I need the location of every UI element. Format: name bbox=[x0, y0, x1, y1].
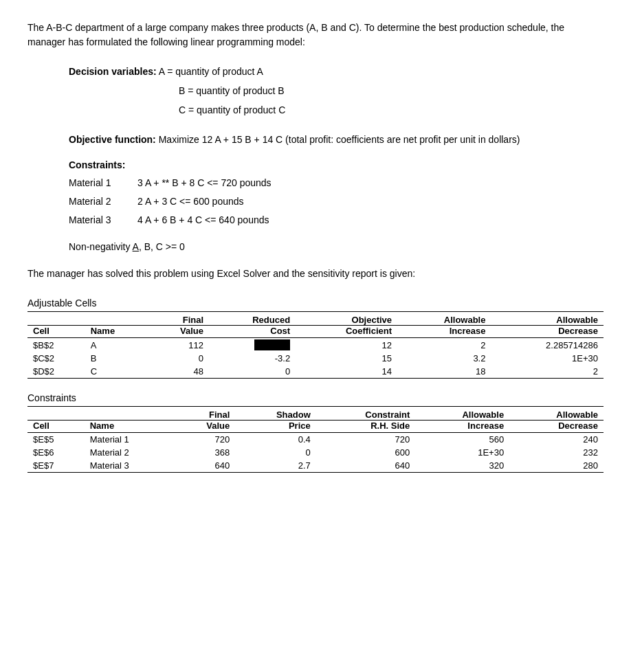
adj-row-a: $B$2 A 112 12 2 2.285714286 bbox=[27, 338, 604, 352]
con-sp-1: 0.4 bbox=[235, 433, 316, 447]
constraints-table-title: Constraints bbox=[27, 392, 604, 403]
adj-fv-c: 48 bbox=[148, 365, 209, 379]
adj-name-b: B bbox=[85, 352, 148, 365]
con-header-row2: Cell Name Value Price R.H. Side Increase… bbox=[27, 421, 604, 433]
intro-paragraph: The A-B-C department of a large company … bbox=[27, 21, 604, 49]
con-sp-2: 0 bbox=[235, 446, 316, 459]
var-c-line: C = quantity of product C bbox=[179, 100, 604, 120]
con-h1-cell bbox=[27, 407, 85, 421]
constraint-formula-1: 3 A + ** B + 8 C <= 720 pounds bbox=[137, 176, 604, 190]
adj-ad-c: 2 bbox=[491, 365, 604, 379]
con-h2-rhside: R.H. Side bbox=[316, 421, 416, 433]
con-fv-1: 720 bbox=[174, 433, 235, 447]
con-ai-3: 320 bbox=[415, 459, 509, 473]
constraint-name-2: Material 2 bbox=[69, 194, 137, 209]
adj-oc-a: 12 bbox=[296, 338, 397, 352]
con-h2-decrease: Decrease bbox=[509, 421, 604, 433]
solver-intro: The manager has solved this problem usin… bbox=[27, 267, 604, 281]
constraints-label: Constraints: bbox=[69, 159, 604, 170]
con-ad-1: 240 bbox=[509, 433, 604, 447]
adj-h1-final: Final bbox=[148, 312, 209, 326]
intro-text: The A-B-C department of a large company … bbox=[27, 22, 564, 47]
adj-h2-cost: Cost bbox=[209, 326, 296, 338]
adj-cell-c: $D$2 bbox=[27, 365, 85, 379]
con-h2-increase: Increase bbox=[415, 421, 509, 433]
adj-fv-b: 0 bbox=[148, 352, 209, 365]
con-cell-1: $E$5 bbox=[27, 433, 85, 447]
con-name-2: Material 2 bbox=[85, 446, 174, 459]
decision-variables-section: Decision variables: A = quantity of prod… bbox=[69, 62, 604, 120]
adj-h2-decrease: Decrease bbox=[491, 326, 604, 338]
con-sp-3: 2.7 bbox=[235, 459, 316, 473]
con-rhs-2: 600 bbox=[316, 446, 416, 459]
constraint-row-1: Material 1 3 A + ** B + 8 C <= 720 pound… bbox=[69, 176, 604, 190]
adj-h1-allowable-inc: Allowable bbox=[397, 312, 491, 326]
constraints-section: Constraints: Material 1 3 A + ** B + 8 C… bbox=[69, 159, 604, 227]
adj-rc-b: -3.2 bbox=[209, 352, 296, 365]
constraint-formula-3: 4 A + 6 B + 4 C <= 640 pounds bbox=[137, 213, 604, 227]
adj-h1-name bbox=[85, 312, 148, 326]
adj-name-a: A bbox=[85, 338, 148, 352]
adj-oc-c: 14 bbox=[296, 365, 397, 379]
var-b-line: B = quantity of product B bbox=[179, 81, 604, 100]
non-negativity: Non-negativity A, B, C >= 0 bbox=[69, 240, 604, 254]
adj-ad-a: 2.285714286 bbox=[491, 338, 604, 352]
adj-rc-a bbox=[209, 338, 296, 352]
adj-h1-cell bbox=[27, 312, 85, 326]
adj-h2-name: Name bbox=[85, 326, 148, 338]
adj-h1-objective: Objective bbox=[296, 312, 397, 326]
objective-section: Objective function: Maximize 12 A + 15 B… bbox=[69, 132, 604, 147]
adj-rc-c: 0 bbox=[209, 365, 296, 379]
adj-h2-increase: Increase bbox=[397, 326, 491, 338]
con-h1-constraint: Constraint bbox=[316, 407, 416, 421]
adj-h1-reduced: Reduced bbox=[209, 312, 296, 326]
adj-oc-b: 15 bbox=[296, 352, 397, 365]
adjustable-header-row1: Final Reduced Objective Allowable Allowa… bbox=[27, 312, 604, 326]
con-h2-cell: Cell bbox=[27, 421, 85, 433]
adjustable-cells-title: Adjustable Cells bbox=[27, 298, 604, 309]
con-row-mat2: $E$6 Material 2 368 0 600 1E+30 232 bbox=[27, 446, 604, 459]
con-row-mat1: $E$5 Material 1 720 0.4 720 560 240 bbox=[27, 433, 604, 447]
con-h1-allowable-dec: Allowable bbox=[509, 407, 604, 421]
constraints-table-section: Constraints Final Shadow Constraint Allo… bbox=[27, 392, 604, 473]
con-ad-2: 232 bbox=[509, 446, 604, 459]
con-name-3: Material 3 bbox=[85, 459, 174, 473]
constraints-table: Final Shadow Constraint Allowable Allowa… bbox=[27, 406, 604, 473]
adj-h2-coeff: Coefficient bbox=[296, 326, 397, 338]
adj-ai-c: 18 bbox=[397, 365, 491, 379]
adj-ad-b: 1E+30 bbox=[491, 352, 604, 365]
adj-fv-a: 112 bbox=[148, 338, 209, 352]
con-cell-2: $E$6 bbox=[27, 446, 85, 459]
constraint-name-1: Material 1 bbox=[69, 176, 137, 190]
adjustable-cells-table: Final Reduced Objective Allowable Allowa… bbox=[27, 311, 604, 379]
con-header-row1: Final Shadow Constraint Allowable Allowa… bbox=[27, 407, 604, 421]
con-h2-price: Price bbox=[235, 421, 316, 433]
adj-cell-a: $B$2 bbox=[27, 338, 85, 352]
adj-ai-a: 2 bbox=[397, 338, 491, 352]
con-h2-name: Name bbox=[85, 421, 174, 433]
adj-name-c: C bbox=[85, 365, 148, 379]
con-h1-shadow: Shadow bbox=[235, 407, 316, 421]
constraint-row-3: Material 3 4 A + 6 B + 4 C <= 640 pounds bbox=[69, 213, 604, 227]
con-fv-2: 368 bbox=[174, 446, 235, 459]
constraint-name-3: Material 3 bbox=[69, 213, 137, 227]
adjustable-header-row2: Cell Name Value Cost Coefficient Increas… bbox=[27, 326, 604, 338]
con-cell-3: $E$7 bbox=[27, 459, 85, 473]
constraint-row-2: Material 2 2 A + 3 C <= 600 pounds bbox=[69, 194, 604, 209]
adj-row-b: $C$2 B 0 -3.2 15 3.2 1E+30 bbox=[27, 352, 604, 365]
adj-ai-b: 3.2 bbox=[397, 352, 491, 365]
adj-h2-value: Value bbox=[148, 326, 209, 338]
con-fv-3: 640 bbox=[174, 459, 235, 473]
constraint-formula-2: 2 A + 3 C <= 600 pounds bbox=[137, 194, 604, 209]
con-ai-2: 1E+30 bbox=[415, 446, 509, 459]
decision-vars-label: Decision variables: A = quantity of prod… bbox=[69, 62, 604, 81]
adj-cell-b: $C$2 bbox=[27, 352, 85, 365]
con-ai-1: 560 bbox=[415, 433, 509, 447]
con-h1-allowable-inc: Allowable bbox=[415, 407, 509, 421]
con-rhs-1: 720 bbox=[316, 433, 416, 447]
adj-row-c: $D$2 C 48 0 14 18 2 bbox=[27, 365, 604, 379]
adj-h1-allowable-dec: Allowable bbox=[491, 312, 604, 326]
adj-h2-cell: Cell bbox=[27, 326, 85, 338]
con-ad-3: 280 bbox=[509, 459, 604, 473]
con-row-mat3: $E$7 Material 3 640 2.7 640 320 280 bbox=[27, 459, 604, 473]
